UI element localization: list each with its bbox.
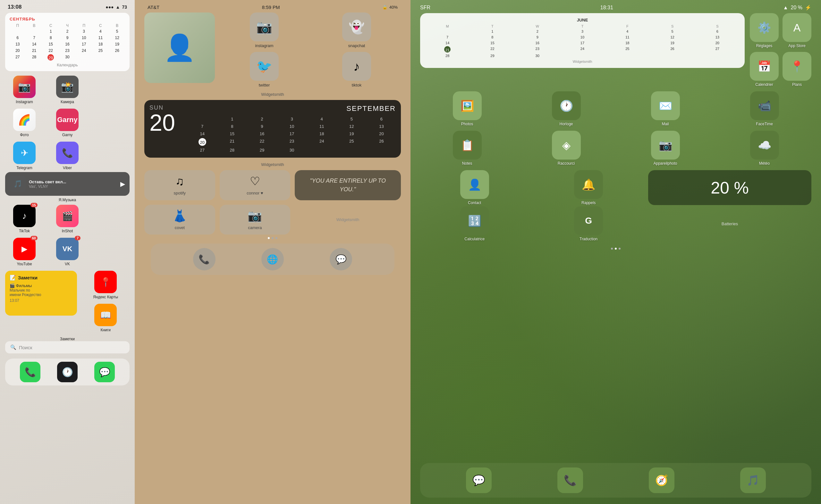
app-reglages[interactable]: ⚙️ Réglages	[750, 13, 779, 48]
phone1-calendar-widget[interactable]: СЕНТЯБРЬ П В С Ч П С В 1 2 3 4 5 6 7 8 9…	[5, 13, 129, 71]
notes-title: Заметки	[18, 275, 37, 280]
plans-icon[interactable]: 📍	[783, 52, 811, 81]
dock-clock[interactable]: 🕐	[57, 362, 78, 382]
app-appstore[interactable]: A App Store	[783, 13, 811, 48]
notes-p3-icon[interactable]: 📋	[453, 131, 482, 160]
app-appareil-photo[interactable]: 📷 Appareilphoto	[618, 131, 712, 166]
covet-icon[interactable]: 👗	[172, 209, 187, 223]
spotify-icon[interactable]: ♫	[175, 175, 184, 188]
contact-icon[interactable]: 👤	[460, 170, 489, 199]
tiktok-icon[interactable]: ♪ 15	[13, 205, 36, 227]
phone3-calendar-widget[interactable]: JUNE M T W T F S S 1 2 3 4 5	[420, 13, 745, 68]
dock-messages-p2[interactable]: 💬	[330, 248, 352, 270]
app-twitter-p2[interactable]: 🐦 twitter	[220, 52, 309, 87]
app-raccourci[interactable]: ◈ Raccourci	[519, 131, 613, 166]
app-inshot[interactable]: 🎬 InShot	[48, 205, 87, 233]
app-rappels[interactable]: 🔔 Rappels	[534, 170, 643, 205]
calculatrice-icon[interactable]: 🔢	[460, 206, 489, 235]
app-mail[interactable]: ✉️ Mail	[618, 91, 712, 126]
dock-messages[interactable]: 💬	[94, 362, 115, 382]
app-facetime[interactable]: 📹 FaceTime	[717, 91, 811, 126]
calendrier-icon[interactable]: 📅	[750, 52, 779, 81]
instagram-p2-icon[interactable]: 📷	[250, 12, 279, 41]
photos-label: Фото	[20, 133, 29, 137]
app-camera[interactable]: 📸 Камера	[48, 76, 87, 104]
appareil-photo-icon[interactable]: 📷	[651, 131, 680, 160]
app-garny[interactable]: Garny Garny	[48, 109, 87, 137]
dock-phone-p2[interactable]: 📞	[193, 248, 216, 270]
music-info: Оставь свет вкл... Vas', VLNY	[29, 179, 117, 189]
snapchat-p2-icon[interactable]: 👻	[342, 12, 371, 41]
app-horloge[interactable]: 🕐 Horloge	[519, 91, 613, 126]
camera-icon[interactable]: 📸	[56, 76, 79, 98]
viber-icon[interactable]: 📞	[56, 142, 79, 164]
app-contact[interactable]: 👤 Contact	[420, 170, 529, 205]
app-telegram[interactable]: ✈ Telegram	[5, 142, 44, 170]
horloge-icon[interactable]: 🕐	[552, 91, 581, 120]
hero-photo-widget[interactable]: 👤	[144, 12, 215, 83]
inshot-icon[interactable]: 🎬	[56, 205, 79, 227]
phone2-calendar-widget[interactable]: SUN 20 SEPTEMBER 1	[144, 100, 401, 158]
youtube-icon[interactable]: ▶ 60	[13, 238, 36, 260]
app-connor-p2[interactable]: ♡ connor ♥	[220, 170, 291, 200]
photos-icon[interactable]: 🌈	[13, 109, 36, 131]
photos-p3-icon[interactable]: 🖼️	[453, 91, 482, 120]
app-viber[interactable]: 📞 Viber	[48, 142, 87, 170]
app-vk[interactable]: VK 7 VK	[48, 238, 87, 266]
notes-item: 🎬 Фильмы	[10, 283, 72, 288]
yandex-maps-icon[interactable]: 📍	[94, 271, 117, 293]
app-plans[interactable]: 📍 Plans	[783, 52, 811, 87]
notes-widget[interactable]: 📝 Заметки 🎬 Фильмы Мальчик по имени Рожд…	[5, 271, 77, 316]
tiktok-p2-icon[interactable]: ♪	[342, 52, 371, 81]
phone2-carrier: AT&T	[147, 4, 159, 10]
app-traduction[interactable]: G Traduction	[534, 206, 643, 241]
music-play-icon[interactable]: ▶	[120, 180, 125, 188]
spotify-label: spotify	[173, 191, 186, 195]
appstore-icon[interactable]: A	[783, 13, 811, 42]
app-tiktok[interactable]: ♪ 15 TikTok	[5, 205, 44, 233]
music-widget[interactable]: 🎵 Оставь свет вкл... Vas', VLNY ▶	[5, 172, 129, 196]
app-calendrier[interactable]: 📅 Calendrier	[750, 52, 779, 87]
rappels-icon[interactable]: 🔔	[574, 170, 603, 199]
meteo-icon[interactable]: ☁️	[750, 131, 779, 160]
camera-p2-icon[interactable]: 📷	[248, 209, 262, 223]
dock-messages-p3[interactable]: 💬	[466, 467, 492, 493]
app-instagram-p2[interactable]: 📷 instagram	[220, 12, 309, 48]
app-photos-p3[interactable]: 🖼️ Photos	[420, 91, 514, 126]
reglages-icon[interactable]: ⚙️	[750, 13, 779, 42]
facetime-icon[interactable]: 📹	[750, 91, 779, 120]
books-icon[interactable]: 📖	[94, 304, 117, 326]
app-yandex-maps[interactable]: 📍 Яндекс Карты	[81, 271, 129, 299]
app-snapchat-p2[interactable]: 👻 snapchat	[312, 12, 401, 48]
app-photos[interactable]: 🌈 Фото	[5, 109, 44, 137]
app-meteo[interactable]: ☁️ Météo	[717, 131, 811, 166]
raccourci-icon[interactable]: ◈	[552, 131, 581, 160]
search-bar[interactable]: 🔍 Поиск	[5, 341, 129, 353]
vk-icon[interactable]: VK 7	[56, 238, 79, 260]
dock-globe-p2[interactable]: 🌐	[261, 248, 284, 270]
app-instagram[interactable]: 📷 Instagram	[5, 76, 44, 104]
phone2-top-apps: 📷 instagram 👻 snapchat 🐦 twitter ♪	[220, 12, 401, 87]
cal-dark-top: SUN 20 SEPTEMBER 1	[149, 104, 396, 153]
app-youtube[interactable]: ▶ 60 YouTube	[5, 238, 44, 266]
dock-phone[interactable]: 📞	[20, 362, 40, 382]
app-covet-p2[interactable]: 👗 covet	[144, 205, 215, 235]
phone1-signal-icon: ●●●	[105, 4, 113, 10]
garny-icon[interactable]: Garny	[56, 109, 79, 131]
mail-icon[interactable]: ✉️	[651, 91, 680, 120]
app-books[interactable]: 📖 Книги	[81, 304, 129, 332]
app-calculatrice[interactable]: 🔢 Calculatrice	[420, 206, 529, 241]
dock-music-p3[interactable]: 🎵	[740, 467, 766, 493]
telegram-icon[interactable]: ✈	[13, 142, 36, 164]
app-camera-p2[interactable]: 📷 camera	[220, 205, 291, 235]
app-notes-p3[interactable]: 📋 Notes	[420, 131, 514, 166]
traduction-icon[interactable]: G	[574, 206, 603, 235]
app-tiktok-p2[interactable]: ♪ tiktok	[312, 52, 401, 87]
app-spotify-p2[interactable]: ♫ spotify	[144, 170, 215, 200]
dock-safari-p3[interactable]: 🧭	[649, 467, 675, 493]
music-controls[interactable]: ▶	[120, 180, 125, 188]
dock-phone-p3[interactable]: 📞	[557, 467, 583, 493]
twitter-p2-icon[interactable]: 🐦	[250, 52, 279, 81]
connor-icon[interactable]: ♡	[250, 175, 260, 188]
instagram-icon[interactable]: 📷	[13, 76, 36, 98]
